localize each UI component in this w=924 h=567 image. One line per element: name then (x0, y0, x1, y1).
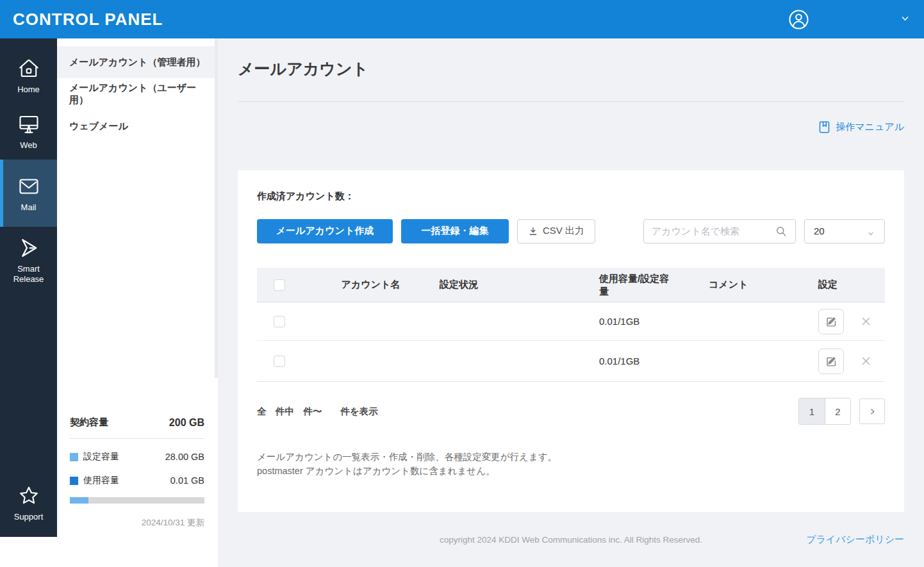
row-checkbox[interactable] (274, 356, 285, 367)
used-swatch (70, 477, 78, 485)
account-name-cell (302, 341, 440, 382)
smart-release-icon (17, 236, 40, 259)
table-header-row: アカウント名 設定状況 使用容量/設定容量 コメント 設定 (257, 268, 885, 302)
comment-cell (709, 341, 818, 382)
mail-sidebar: メールアカウント（管理者用） メールアカウント（ユーザー用） ウェブメール 契約… (57, 38, 218, 567)
home-icon (17, 57, 40, 80)
copyright-text: copyright 2024 KDDI Web Communications i… (238, 535, 904, 545)
usage-cell: 0.01/1GB (599, 341, 709, 382)
storage-summary: 契約容量 200 GB 設定容量 28.00 GB 使用容量 0.01 GB 2… (57, 416, 218, 567)
edit-pencil-icon (824, 315, 838, 329)
sidebar-item-label: Smart Release (8, 264, 49, 285)
title-divider (238, 101, 904, 102)
usage-cell: 0.01/1GB (599, 302, 709, 341)
page-button-2[interactable]: 2 (825, 399, 850, 424)
pagination: 1 2 (798, 398, 885, 425)
page-button-1[interactable]: 1 (799, 399, 825, 424)
edit-account-button[interactable] (818, 309, 844, 334)
settings-cell (818, 341, 885, 382)
delete-account-icon[interactable] (861, 356, 871, 366)
account-search-input[interactable] (652, 226, 775, 236)
contract-capacity-value: 200 GB (169, 417, 204, 429)
sidebar-item-label: Support (14, 512, 44, 522)
sidebar-item-label: Web (20, 140, 37, 151)
select-chevron-down-icon (866, 228, 875, 234)
table-row: 0.01/1GB (257, 341, 885, 382)
mail-account-card: 作成済アカウント数： メールアカウント作成 一括登録・編集 CSV 出力 (238, 170, 904, 512)
used-value: 0.01 GB (170, 475, 204, 486)
search-icon[interactable] (775, 225, 788, 238)
column-header-comment: コメント (709, 268, 818, 302)
settings-cell (818, 302, 885, 341)
operation-manual-label: 操作マニュアル (836, 121, 904, 133)
user-account-icon[interactable] (788, 9, 809, 30)
sidebar-scrollbar[interactable] (215, 38, 218, 378)
edit-pencil-icon (824, 354, 838, 368)
monitor-icon (17, 113, 40, 136)
chevron-right-icon (869, 407, 876, 416)
page-description: メールアカウントの一覧表示・作成・削除、各種設定変更が行えます。 postmas… (257, 450, 885, 479)
page-size-value: 20 (814, 226, 825, 236)
mail-icon (17, 175, 40, 198)
operation-manual-link[interactable]: 操作マニュアル (818, 120, 904, 135)
column-header-status: 設定状況 (440, 268, 599, 302)
edit-account-button[interactable] (818, 349, 844, 374)
mail-menu: メールアカウント（管理者用） メールアカウント（ユーザー用） ウェブメール (57, 38, 218, 142)
download-icon (528, 226, 538, 236)
star-icon (17, 484, 40, 507)
account-search-box (643, 219, 796, 243)
menu-item-label: メールアカウント（ユーザー用） (69, 82, 206, 106)
next-page-button[interactable] (859, 399, 885, 424)
account-name-cell (302, 302, 440, 341)
page: CONTROL PANEL (0, 0, 924, 567)
allocated-value: 28.00 GB (165, 452, 204, 462)
sidebar-item-smart-release[interactable]: Smart Release (0, 227, 57, 293)
menu-item-label: メールアカウント（管理者用） (69, 56, 205, 69)
sidebar-item-home[interactable]: Home (0, 47, 57, 103)
csv-export-button[interactable]: CSV 出力 (517, 219, 595, 243)
used-capacity-row: 使用容量 0.01 GB (70, 475, 204, 486)
description-line-1: メールアカウントの一覧表示・作成・削除、各種設定変更が行えます。 (257, 450, 885, 464)
storage-updated-date: 2024/10/31 更新 (70, 517, 204, 529)
menu-item-label: ウェブメール (69, 120, 128, 133)
bulk-register-edit-button[interactable]: 一括登録・編集 (401, 219, 509, 243)
row-checkbox[interactable] (274, 316, 285, 327)
sidebar-item-support[interactable]: Support (0, 475, 57, 530)
page-size-select[interactable]: 20 (804, 219, 885, 243)
header-chevron-down-icon[interactable] (900, 14, 911, 23)
toolbar: メールアカウント作成 一括登録・編集 CSV 出力 (257, 219, 885, 243)
status-cell (440, 302, 599, 341)
sidebar-item-label: Mail (21, 202, 37, 213)
select-all-checkbox[interactable] (274, 279, 285, 291)
footer: copyright 2024 KDDI Web Communications i… (238, 513, 904, 567)
allocated-capacity-row: 設定容量 28.00 GB (70, 451, 204, 463)
pagination-row: 全 件中 件〜 件を表示 1 2 (257, 398, 885, 425)
menu-item-mail-account-user[interactable]: メールアカウント（ユーザー用） (57, 78, 218, 110)
column-header-usage: 使用容量/設定容量 (599, 268, 709, 302)
csv-export-label: CSV 出力 (543, 225, 584, 237)
used-label: 使用容量 (83, 475, 119, 486)
icon-rail: Home Web (0, 38, 57, 537)
privacy-policy-link[interactable]: プライバシーポリシー (806, 534, 904, 546)
select-all-cell (257, 268, 302, 302)
description-line-2: postmaster アカウントはアカウント数に含まれません。 (257, 464, 885, 479)
storage-progress-bar (70, 497, 204, 504)
create-mail-account-button[interactable]: メールアカウント作成 (257, 219, 393, 243)
sidebar-item-label: Home (17, 85, 40, 95)
sidebar-item-web[interactable]: Web (0, 103, 57, 159)
app-logo: CONTROL PANEL (13, 10, 163, 29)
menu-item-mail-account-admin[interactable]: メールアカウント（管理者用） (57, 46, 218, 78)
table-row: 0.01/1GB (257, 302, 885, 341)
status-cell (440, 341, 599, 382)
icon-rail-column: Home Web (0, 38, 57, 567)
page-number-group: 1 2 (798, 398, 851, 425)
mail-account-table: アカウント名 設定状況 使用容量/設定容量 コメント 設定 0.01/1G (257, 268, 885, 382)
allocated-label: 設定容量 (83, 451, 119, 463)
menu-item-webmail[interactable]: ウェブメール (57, 110, 218, 142)
manual-book-icon (818, 120, 831, 135)
column-header-account: アカウント名 (302, 268, 440, 302)
sidebar-item-mail[interactable]: Mail (0, 160, 57, 227)
pagination-summary: 全 件中 件〜 件を表示 (257, 406, 378, 418)
delete-account-icon[interactable] (861, 316, 871, 326)
main-content: メールアカウント 操作マニュアル 作成済アカウント数： メ (218, 38, 924, 567)
